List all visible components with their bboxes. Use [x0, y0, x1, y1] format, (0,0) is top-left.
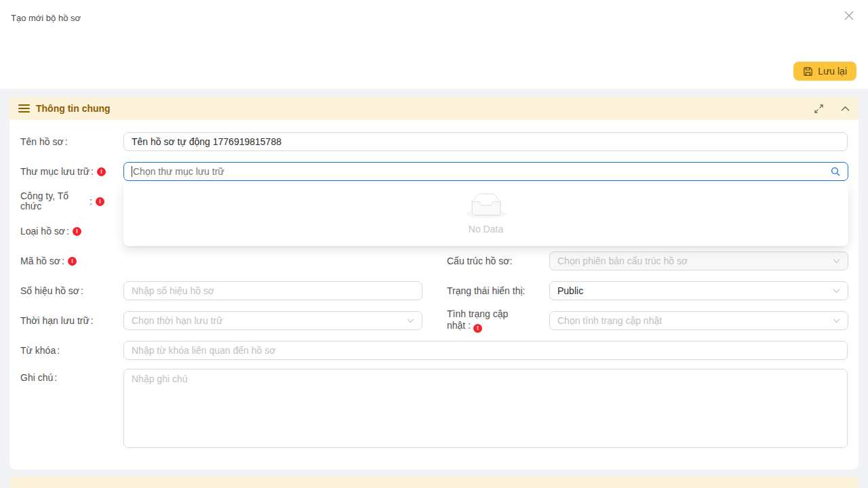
- chevron-down-icon: [833, 319, 840, 323]
- ghi-chu-textarea[interactable]: [123, 369, 848, 448]
- empty-state-text: No Data: [469, 224, 503, 235]
- thu-muc-select[interactable]: [123, 162, 848, 181]
- row-thoi-han: Thời hạn lưu trữ: Chọn thời hạn lưu trữ …: [20, 306, 848, 336]
- row-ten-ho-so: Tên hồ sơ:: [20, 127, 848, 157]
- save-icon: [803, 66, 813, 77]
- page-title: Tạo mới bộ hồ sơ: [11, 13, 81, 23]
- drawer-topbar: Tạo mới bộ hồ sơ Lưu lại: [0, 0, 868, 89]
- collapse-chevron-up-icon[interactable]: [841, 106, 850, 112]
- so-hieu-input[interactable]: [123, 281, 422, 300]
- field-label: Công ty, Tổ chức: !: [20, 191, 123, 212]
- section-body: Tên hồ sơ: Thư mục lưu trữ: !: [9, 120, 859, 448]
- chevron-down-icon: [407, 319, 414, 323]
- save-button-label: Lưu lại: [818, 66, 847, 77]
- row-ma-ho-so: Mã hồ sơ: ! Cấu trúc hồ sơ: Chọn phiên b…: [20, 246, 848, 276]
- field-label: Từ khóa:: [20, 345, 123, 356]
- expand-icon[interactable]: [814, 104, 823, 113]
- field-label: Thư mục lưu trữ: !: [20, 166, 123, 177]
- field-label: Loại hồ sơ: !: [20, 226, 123, 237]
- field-label: Tên hồ sơ:: [20, 136, 123, 147]
- field-label: Thời hạn lưu trữ:: [20, 315, 123, 326]
- close-icon[interactable]: [842, 8, 856, 23]
- drag-handle-icon[interactable]: [18, 104, 30, 113]
- field-label: Trạng thái hiển thị:: [447, 285, 549, 296]
- required-icon: !: [96, 197, 104, 206]
- tu-khoa-input[interactable]: [123, 341, 848, 360]
- empty-inbox-icon: [467, 193, 506, 218]
- field-label: Mã hồ sơ: !: [20, 256, 123, 266]
- required-icon: !: [73, 227, 81, 236]
- trang-thai-select[interactable]: Public: [549, 281, 848, 300]
- thu-muc-dropdown-panel: No Data: [123, 182, 848, 246]
- ten-ho-so-input[interactable]: [123, 132, 848, 151]
- thoi-han-select[interactable]: Chọn thời hạn lưu trữ: [123, 311, 422, 330]
- field-label: Tình trạng cập nhật :!: [447, 308, 549, 333]
- search-icon: [831, 167, 840, 176]
- cau-truc-select[interactable]: Chọn phiên bản cấu trúc hồ sơ: [549, 251, 848, 270]
- required-icon: !: [473, 324, 482, 333]
- section-header: Thông tin chung: [9, 97, 859, 120]
- field-label: Ghi chú:: [20, 372, 123, 383]
- row-so-hieu: Số hiệu hồ sơ: Trạng thái hiển thị: Publ…: [20, 276, 848, 306]
- required-icon: !: [68, 257, 77, 266]
- general-info-section: Thông tin chung Tên hồ sơ:: [9, 97, 859, 470]
- section-title: Thông tin chung: [36, 103, 111, 114]
- save-button[interactable]: Lưu lại: [793, 62, 856, 81]
- thu-muc-search-input[interactable]: [133, 166, 825, 177]
- next-section-header[interactable]: [9, 476, 859, 488]
- required-icon: !: [97, 167, 106, 176]
- tinh-trang-select[interactable]: Chọn tình trạng cập nhật: [549, 311, 848, 330]
- row-ghi-chu: Ghi chú:: [20, 365, 848, 448]
- text-caret: [132, 166, 132, 177]
- chevron-down-icon: [833, 289, 840, 293]
- row-tu-khoa: Từ khóa:: [20, 336, 848, 365]
- chevron-down-icon: [833, 259, 840, 264]
- field-label: Cấu trúc hồ sơ:: [447, 256, 549, 266]
- field-label: Số hiệu hồ sơ:: [20, 285, 123, 296]
